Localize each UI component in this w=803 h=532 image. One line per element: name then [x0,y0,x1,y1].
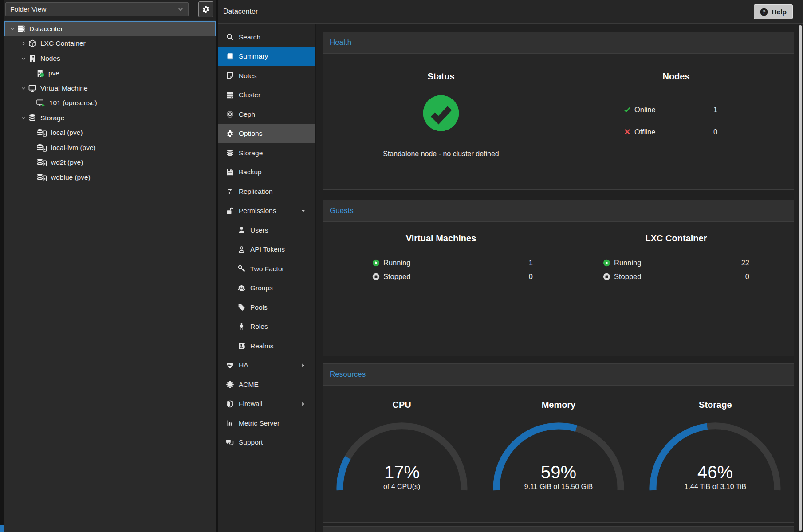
tree-row-label: Datacenter [29,25,63,33]
database-drive-icon [36,173,47,181]
nav-item-metric-server[interactable]: Metric Server [218,414,315,433]
tree-row-virtual-machine[interactable]: Virtual Machine [4,81,216,96]
summary-content: Health Status Standalone node - no clust… [316,24,803,532]
guest-status-label: Running [614,259,641,267]
nav-item-label: Roles [250,323,268,331]
caret-right-icon [300,401,306,407]
nav-item-label: Replication [239,188,273,196]
nav-item-label: Groups [250,284,273,292]
book-icon [226,53,234,60]
nav-item-label: Cluster [239,91,260,99]
chevron-down-icon [21,115,26,121]
nav-item-firewall[interactable]: Firewall [218,394,315,414]
chevron-right-icon [21,41,26,46]
status-ok-icon [423,95,459,131]
nav-item-label: Firewall [239,400,262,408]
tree-row-101-opnsense[interactable]: 101 (opnsense) [4,96,216,111]
resources-panel: Resources CPU17%of 4 CPU(s)Memory59%9.11… [323,363,794,523]
retweet-icon [226,188,234,195]
view-mode-select[interactable]: Folder View [5,2,189,16]
guest-status-value: 1 [529,259,533,267]
nav-item-storage[interactable]: Storage [218,143,315,163]
nav-item-notes[interactable]: Notes [218,66,315,86]
users-icon [237,284,246,292]
tree-row-local-lvm-pve[interactable]: local-lvm (pve) [4,140,216,155]
guest-status-value: 0 [745,272,749,281]
guests-column-heading: Virtual Machines [323,233,559,244]
database-icon [226,149,234,157]
caret-right-icon [300,363,306,368]
tree-row-lxc-container[interactable]: LXC Container [4,36,216,51]
nav-item-label: Permissions [239,207,276,215]
node-status-row-offline: Offline0 [559,121,794,143]
nav-item-summary[interactable]: Summary [218,47,315,67]
bar-chart-icon [226,419,234,427]
scrollbar-thumb[interactable] [799,25,802,531]
nav-item-permissions[interactable]: Permissions [218,201,315,221]
guest-status-row-running: Running1 [323,256,559,270]
memory-gauge: Memory59%9.11 GiB of 15.50 GiB [480,386,637,522]
nav-item-cluster[interactable]: Cluster [218,86,315,105]
status-heading: Status [323,71,559,82]
play-circle-icon [603,259,610,267]
tree-row-storage[interactable]: Storage [4,110,216,126]
gauge-title: CPU [323,400,480,410]
server-icon [17,25,25,33]
tree-row-nodes[interactable]: Nodes [4,51,216,66]
database-drive-icon [36,158,47,166]
tree-row-datacenter[interactable]: Datacenter [4,21,216,36]
shield-icon [226,400,234,408]
tree-row-local-pve[interactable]: local (pve) [4,126,216,141]
tree-row-label: local-lvm (pve) [51,144,96,152]
nav-item-groups[interactable]: Groups [218,279,315,298]
node-status-row-online: Online1 [559,99,794,121]
check-icon [624,106,631,113]
tree-row-label: Storage [40,114,64,122]
svg-text:?: ? [763,9,766,15]
nav-item-label: Two Factor [250,265,284,273]
health-panel: Health Status Standalone node - no clust… [323,32,794,190]
tree-row-label: Virtual Machine [40,84,88,92]
nav-item-options[interactable]: Options [218,124,315,144]
guest-status-label: Running [383,259,410,267]
help-button[interactable]: ? Help [754,4,793,19]
tree-row-pve[interactable]: pve [4,66,216,81]
guests-column-heading: LXC Container [559,233,794,244]
nav-item-api-tokens[interactable]: API Tokens [218,240,315,260]
chevron-down-icon [21,86,26,91]
health-status-column: Status Standalone node - no cluster defi… [323,54,559,189]
nav-item-label: Ceph [239,110,255,118]
database-icon [28,114,36,122]
tree-row-wdblue-pve[interactable]: wdblue (pve) [4,170,216,185]
nav-item-ceph[interactable]: Ceph [218,105,315,124]
gauge-value: 17% [384,462,420,482]
help-button-label: Help [772,8,787,16]
nav-item-replication[interactable]: Replication [218,182,315,201]
tree-settings-button[interactable] [198,1,213,17]
nav-item-users[interactable]: Users [218,221,315,240]
node-status-label: Offline [634,128,713,136]
cpu-gauge: CPU17%of 4 CPU(s) [323,386,480,522]
nav-item-search[interactable]: Search [218,28,315,47]
nav-item-label: Pools [250,303,268,311]
nav-item-acme[interactable]: ACME [218,375,315,394]
next-panel-peek [323,526,794,532]
nav-item-pools[interactable]: Pools [218,298,315,317]
nav-item-realms[interactable]: Realms [218,336,315,356]
tree-row-wd2t-pve[interactable]: wd2t (pve) [4,155,216,170]
guests-column-virtual-machines: Virtual MachinesRunning1Stopped0 [323,222,559,356]
chevron-down-icon [10,26,15,32]
nav-item-roles[interactable]: Roles [218,317,315,337]
tree-toolbar: Folder View [4,0,216,20]
nav-item-support[interactable]: Support [218,433,315,453]
content-scrollbar [798,24,803,532]
guests-panel: Guests Virtual MachinesRunning1Stopped0L… [323,200,794,356]
resources-panel-header: Resources [323,364,794,386]
database-drive-icon [36,144,47,152]
tree-row-label: wd2t (pve) [51,158,83,166]
building-icon [28,55,36,63]
nav-item-two-factor[interactable]: Two Factor [218,259,315,279]
tree-row-label: Nodes [40,55,60,63]
nav-item-backup[interactable]: Backup [218,163,315,182]
nav-item-ha[interactable]: HA [218,356,315,375]
